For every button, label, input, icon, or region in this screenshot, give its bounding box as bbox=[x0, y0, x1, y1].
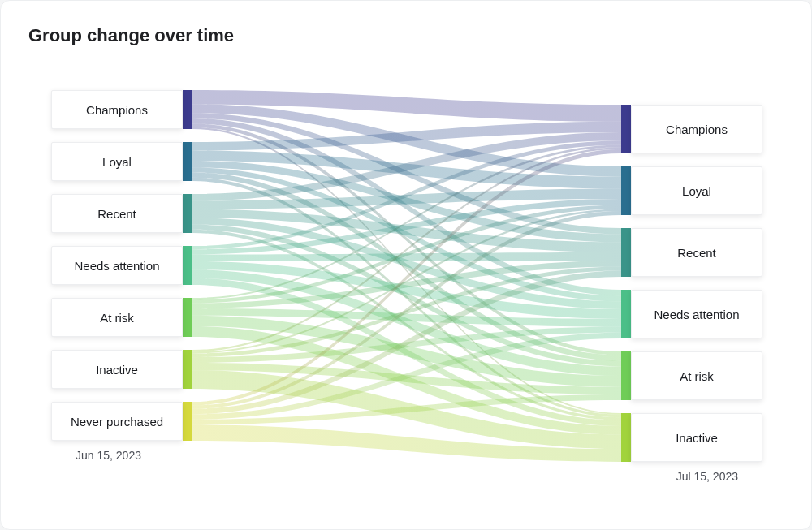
node-left-stub-inactive bbox=[183, 350, 192, 389]
node-right-inactive[interactable]: Inactive bbox=[631, 413, 762, 462]
node-left-loyal[interactable]: Loyal bbox=[51, 142, 183, 181]
node-left-stub-recent bbox=[183, 194, 192, 233]
node-right-stub-at_risk bbox=[621, 351, 631, 400]
node-label: Needs attention bbox=[74, 259, 159, 273]
node-label: Loyal bbox=[682, 184, 711, 198]
node-left-at_risk[interactable]: At risk bbox=[51, 298, 183, 337]
node-right-stub-loyal bbox=[621, 166, 631, 215]
node-left-never_purchased[interactable]: Never purchased bbox=[51, 402, 183, 441]
node-left-stub-at_risk bbox=[183, 298, 192, 337]
node-right-champions[interactable]: Champions bbox=[631, 105, 762, 153]
flow-champions-to-champions[interactable] bbox=[192, 90, 621, 122]
node-left-inactive[interactable]: Inactive bbox=[51, 350, 183, 389]
node-label: Loyal bbox=[102, 155, 132, 169]
node-right-stub-recent bbox=[621, 228, 631, 277]
node-right-recent[interactable]: Recent bbox=[631, 228, 762, 277]
node-right-at_risk[interactable]: At risk bbox=[631, 351, 762, 400]
node-label: Never purchased bbox=[71, 415, 163, 429]
node-label: Needs attention bbox=[654, 308, 739, 321]
node-label: Champions bbox=[86, 103, 148, 117]
node-right-stub-champions bbox=[621, 105, 631, 153]
node-label: At risk bbox=[680, 369, 714, 383]
node-left-stub-never_purchased bbox=[183, 402, 192, 441]
sankey-chart: ChampionsLoyalRecentNeeds attentionAt ri… bbox=[51, 90, 762, 494]
chart-card: Group change over time ChampionsLoyalRec… bbox=[0, 0, 812, 530]
node-label: At risk bbox=[100, 311, 134, 325]
date-right: Jul 15, 2023 bbox=[676, 470, 738, 483]
node-label: Recent bbox=[677, 246, 716, 260]
node-right-stub-inactive bbox=[621, 413, 631, 462]
node-left-stub-loyal bbox=[183, 142, 192, 181]
node-left-stub-needs_attention bbox=[183, 246, 192, 285]
node-right-stub-needs_attention bbox=[621, 290, 631, 338]
node-label: Champions bbox=[666, 123, 728, 136]
node-label: Recent bbox=[97, 207, 136, 221]
node-right-needs_attention[interactable]: Needs attention bbox=[631, 290, 762, 338]
node-label: Inactive bbox=[676, 431, 718, 445]
node-left-needs_attention[interactable]: Needs attention bbox=[51, 246, 183, 285]
node-left-champions[interactable]: Champions bbox=[51, 90, 183, 129]
node-right-loyal[interactable]: Loyal bbox=[631, 166, 762, 215]
node-left-stub-champions bbox=[183, 90, 192, 129]
node-label: Inactive bbox=[96, 363, 138, 377]
node-left-recent[interactable]: Recent bbox=[51, 194, 183, 233]
page-title: Group change over time bbox=[28, 25, 234, 46]
